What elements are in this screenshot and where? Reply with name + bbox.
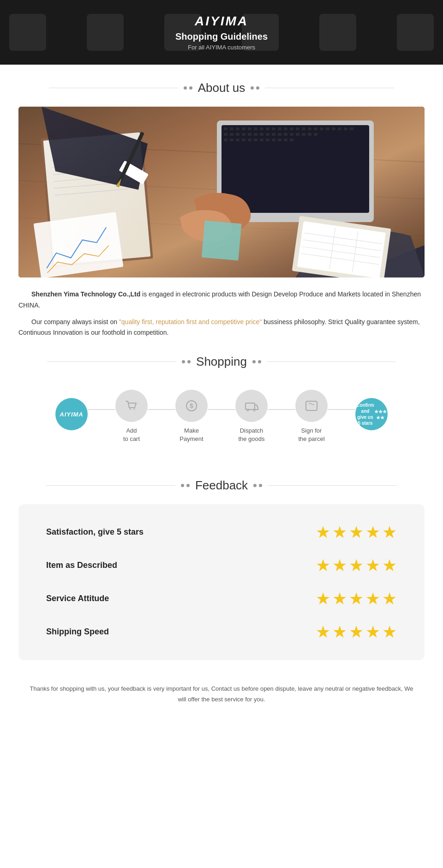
described-star-4: ★: [365, 556, 380, 575]
service-star-1: ★: [316, 589, 330, 609]
svg-rect-13: [266, 127, 269, 130]
star-3: ★: [349, 523, 364, 542]
cart-icon: [115, 390, 148, 422]
svg-rect-30: [236, 133, 239, 136]
header-title: Shopping Guidelines: [175, 31, 268, 42]
brand-logo: AIYIMA: [175, 14, 268, 29]
flow-step-sign: Sign forthe parcel: [295, 390, 328, 443]
divider-line-left: [49, 88, 178, 88]
svg-point-78: [134, 409, 135, 410]
svg-rect-25: [338, 127, 341, 130]
confirm-stars: ★★★★★: [374, 409, 387, 421]
described-star-3: ★: [349, 556, 364, 575]
shopping-divider-right: [267, 362, 396, 362]
svg-rect-5: [222, 125, 369, 213]
footer-text: Thanks for shopping with us, your feedba…: [0, 674, 443, 723]
shipping-star-1: ★: [316, 622, 330, 642]
svg-rect-15: [278, 127, 281, 130]
flow-step-payment: $ MakePayment: [175, 390, 208, 443]
shopping-dots-right: [252, 360, 261, 363]
aiyima-icon: AIYIMA: [55, 398, 88, 430]
svg-point-77: [130, 409, 131, 410]
shipping-stars: ★ ★ ★ ★ ★: [316, 622, 397, 642]
svg-rect-46: [236, 139, 239, 141]
philosophy-intro: Our company always insist on: [31, 318, 119, 326]
feedback-row-described: Item as Described ★ ★ ★ ★ ★: [46, 556, 397, 575]
feedback-divider-right: [268, 485, 397, 486]
header-subtitle: For all AIYIMA customers: [175, 44, 268, 51]
confirm-text: Confirm andgive us 5 stars: [356, 402, 374, 426]
svg-rect-84: [306, 401, 317, 410]
svg-rect-19: [302, 127, 305, 130]
shipping-star-4: ★: [365, 622, 380, 642]
dispatch-icon: [235, 390, 268, 422]
star-1: ★: [316, 523, 330, 542]
dot-1: [184, 86, 187, 90]
svg-rect-26: [344, 127, 347, 130]
shipping-star-3: ★: [349, 622, 364, 642]
about-text: Shenzhen Yima Technology Co.,Ltd is enga…: [18, 289, 425, 338]
sign-icon: [295, 390, 328, 422]
svg-rect-51: [266, 139, 269, 141]
svg-rect-52: [272, 139, 275, 141]
svg-rect-33: [254, 133, 257, 136]
shopping-flow: AIYIMA Addto cart $ MakePayment: [0, 380, 443, 462]
about-title: About us: [198, 81, 245, 95]
svg-rect-32: [248, 133, 251, 136]
svg-rect-40: [296, 133, 299, 136]
about-section-header: About us: [0, 81, 443, 95]
svg-rect-24: [332, 127, 335, 130]
feedback-row-service: Service Attitude ★ ★ ★ ★ ★: [46, 589, 397, 609]
feedback-dot-3: [253, 484, 257, 487]
service-star-4: ★: [365, 589, 380, 609]
svg-rect-48: [248, 139, 251, 141]
svg-rect-43: [314, 133, 317, 136]
described-star-5: ★: [382, 556, 397, 575]
connector-5: [328, 409, 355, 410]
shopping-dot-2: [187, 360, 191, 363]
svg-rect-45: [230, 139, 233, 141]
confirm-icon: Confirm andgive us 5 stars ★★★★★: [355, 398, 388, 430]
flow-step-cart: Addto cart: [115, 390, 148, 443]
about-image: [18, 107, 425, 277]
star-5: ★: [382, 523, 397, 542]
about-image-inner: [18, 107, 425, 277]
feedback-dot-4: [259, 484, 262, 487]
svg-rect-42: [308, 133, 311, 136]
connector-2: [148, 409, 175, 410]
divider-line-right: [265, 88, 394, 88]
shopping-section-header: Shopping: [0, 355, 443, 369]
flow-step-confirm: Confirm andgive us 5 stars ★★★★★: [355, 398, 388, 435]
svg-rect-22: [320, 127, 323, 130]
bg-icon-2: [87, 14, 124, 51]
svg-rect-20: [308, 127, 311, 130]
feedback-dot-2: [186, 484, 190, 487]
svg-rect-35: [266, 133, 269, 136]
svg-rect-7: [230, 127, 233, 130]
feedback-dots-left: [181, 484, 190, 487]
star-2: ★: [332, 523, 347, 542]
shopping-dots-left: [182, 360, 191, 363]
svg-rect-49: [254, 139, 257, 141]
svg-rect-50: [260, 139, 263, 141]
svg-rect-14: [272, 127, 275, 130]
satisfaction-stars: ★ ★ ★ ★ ★: [316, 523, 397, 542]
svg-rect-29: [230, 133, 233, 136]
star-4: ★: [365, 523, 380, 542]
feedback-row-satisfaction: Satisfaction, give 5 stars ★ ★ ★ ★ ★: [46, 523, 397, 542]
shopping-title: Shopping: [196, 355, 247, 369]
dot-2: [189, 86, 192, 90]
shipping-label: Shipping Speed: [46, 627, 109, 637]
described-star-2: ★: [332, 556, 347, 575]
svg-rect-36: [272, 133, 275, 136]
feedback-section-header: Feedback: [0, 478, 443, 493]
connector-4: [268, 409, 295, 410]
svg-rect-6: [224, 127, 227, 130]
svg-rect-27: [350, 127, 353, 130]
svg-rect-23: [326, 127, 329, 130]
svg-rect-28: [224, 133, 227, 136]
dot-3: [251, 86, 254, 90]
svg-rect-31: [242, 133, 245, 136]
shopping-dot-4: [258, 360, 261, 363]
cart-step-label: Addto cart: [123, 427, 140, 443]
